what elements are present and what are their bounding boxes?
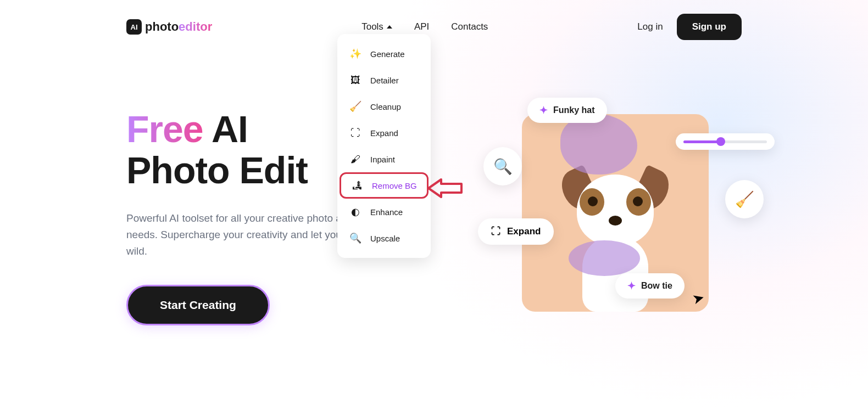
enhance-icon: ◐ (348, 205, 363, 219)
annotation-arrow (427, 178, 463, 198)
upscale-icon: 🔍 (348, 231, 363, 245)
expand-arrows-icon: ⛶ (491, 226, 500, 237)
image-icon: 🖼 (348, 73, 363, 87)
login-link[interactable]: Log in (637, 21, 663, 32)
auth-area: Log in Sign up (637, 14, 742, 40)
start-creating-button[interactable]: Start Creating (126, 285, 270, 325)
slider-widget[interactable] (676, 133, 775, 150)
slider-track (683, 140, 767, 143)
main-nav: Tools API Contacts (361, 21, 488, 32)
wand-icon: ✨ (348, 47, 363, 61)
pill-funky-hat[interactable]: ✦Funky hat (527, 98, 607, 123)
signup-button[interactable]: Sign up (677, 14, 742, 40)
remove-bg-icon: 🏞 (350, 178, 364, 193)
hero-section: Free AIPhoto Edit Powerful AI toolset fo… (0, 109, 868, 325)
caret-up-icon (387, 25, 392, 29)
pill-bow-tie[interactable]: ✦Bow tie (615, 273, 685, 299)
header: AI photoeditor Tools API Contacts Log in… (0, 0, 868, 54)
dropdown-item-remove-bg[interactable]: 🏞Remove BG (340, 172, 429, 199)
logo[interactable]: AI photoeditor (126, 19, 212, 35)
dropdown-item-expand[interactable]: ⛶Expand (337, 120, 431, 146)
sparkle-icon: ✦ (539, 104, 548, 116)
nav-contacts[interactable]: Contacts (451, 21, 488, 32)
slider-thumb[interactable] (716, 137, 725, 146)
nav-tools[interactable]: Tools (361, 21, 392, 32)
dropdown-item-detailer[interactable]: 🖼Detailer (337, 67, 431, 93)
dropdown-item-inpaint[interactable]: 🖌Inpaint (337, 146, 431, 172)
inpaint-blob-bowtie (569, 240, 640, 276)
brush-icon: 🖌 (348, 152, 363, 166)
sparkle-icon: ✦ (627, 280, 636, 292)
eraser-icon: 🧹 (348, 99, 363, 114)
zoom-widget[interactable]: 🔍 (483, 147, 522, 185)
logo-text-editor: editor (179, 20, 212, 33)
magnifier-icon: 🔍 (493, 157, 513, 176)
expand-icon: ⛶ (348, 126, 363, 140)
expand-widget[interactable]: ⛶Expand (478, 218, 554, 245)
dropdown-item-cleanup[interactable]: 🧹Cleanup (337, 93, 431, 120)
logo-text-photo: photo (145, 20, 179, 33)
inpaint-blob-hat (560, 114, 637, 174)
eraser-widget[interactable]: 🧹 (725, 180, 764, 218)
hero-illustration: ✦Funky hat ✦Bow tie 🔍 🧹 ⛶Expand ➤ (478, 81, 742, 356)
dropdown-item-generate[interactable]: ✨Generate (337, 41, 431, 67)
eraser-sparkle-icon: 🧹 (735, 190, 754, 209)
logo-badge: AI (126, 19, 142, 35)
slider-fill (683, 140, 721, 143)
dropdown-item-enhance[interactable]: ◐Enhance (337, 199, 431, 225)
nav-api[interactable]: API (414, 21, 429, 32)
dropdown-item-upscale[interactable]: 🔍Upscale (337, 225, 431, 251)
tools-dropdown: ✨Generate 🖼Detailer 🧹Cleanup ⛶Expand 🖌In… (337, 34, 431, 258)
